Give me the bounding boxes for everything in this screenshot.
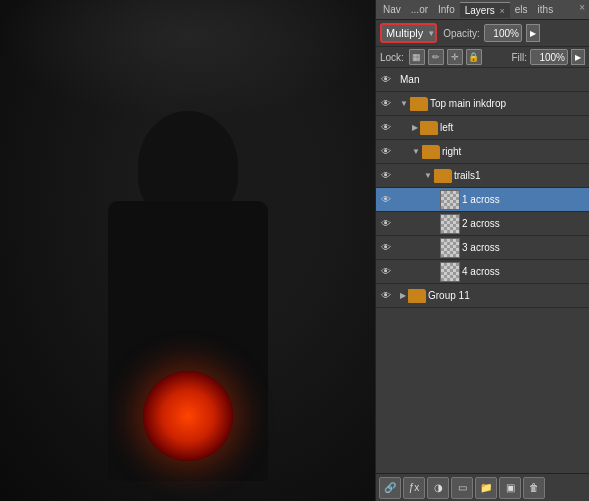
fx-button[interactable]: ƒx — [403, 477, 425, 499]
figure-body — [108, 201, 268, 481]
layer-row[interactable]: 👁 ▼ trails1 — [376, 164, 589, 188]
fill-label: Fill: — [511, 52, 527, 63]
opacity-label: Opacity: — [443, 28, 480, 39]
adjustment-icon: ◑ — [434, 482, 443, 493]
layers-list[interactable]: 👁 Man 👁 ▼ Top main inkdrop 👁 ▶ left — [376, 68, 589, 473]
layer-name: 4 across — [462, 266, 587, 277]
link-button[interactable]: 🔗 — [379, 477, 401, 499]
adjustment-button[interactable]: ◑ — [427, 477, 449, 499]
layer-thumbnail — [440, 190, 460, 210]
lock-label: Lock: — [380, 52, 404, 63]
tab-close-icon[interactable]: × — [500, 6, 505, 16]
delete-icon: 🗑 — [529, 482, 539, 493]
tab-or[interactable]: ...or — [406, 2, 433, 17]
tab-iths[interactable]: iths — [533, 2, 559, 17]
fill-input[interactable] — [530, 49, 568, 65]
figure-fire — [143, 371, 233, 461]
layer-new-button[interactable]: ▣ — [499, 477, 521, 499]
tab-layers[interactable]: Layers × — [460, 2, 510, 18]
layer-name: 3 across — [462, 242, 587, 253]
eye-icon[interactable]: 👁 — [376, 140, 396, 164]
expand-arrow-icon[interactable]: ▶ — [400, 291, 406, 300]
eye-icon[interactable]: 👁 — [376, 164, 396, 188]
eye-icon[interactable]: 👁 — [376, 92, 396, 116]
layer-thumbnail — [440, 214, 460, 234]
layer-thumbnail — [440, 238, 460, 258]
fill-arrow-button[interactable]: ▶ — [571, 49, 585, 65]
canvas-area — [0, 0, 375, 501]
layer-row[interactable]: 👁 ▶ left — [376, 116, 589, 140]
tab-info[interactable]: Infо — [433, 2, 460, 17]
lock-move-button[interactable]: ✛ — [447, 49, 463, 65]
tab-nav[interactable]: Nav — [378, 2, 406, 17]
folder-icon — [422, 145, 440, 159]
tab-els[interactable]: els — [510, 2, 533, 17]
folder-icon — [434, 169, 452, 183]
layer-name: Top main inkdrop — [430, 98, 587, 109]
layer-thumbnail — [440, 262, 460, 282]
mask-button[interactable]: ▭ — [451, 477, 473, 499]
figure — [58, 101, 318, 501]
eye-icon[interactable]: 👁 — [376, 212, 396, 236]
layer-name: 1 across — [462, 194, 587, 205]
folder-icon — [420, 121, 438, 135]
layers-bottom-toolbar: 🔗 ƒx ◑ ▭ 📁 ▣ 🗑 — [376, 473, 589, 501]
lock-checkerboard-button[interactable]: ▦ — [409, 49, 425, 65]
expand-arrow-icon[interactable]: ▼ — [400, 99, 408, 108]
folder-icon — [410, 97, 428, 111]
blend-mode-select[interactable]: Multiply ▼ — [380, 23, 437, 43]
lock-all-button[interactable]: 🔒 — [466, 49, 482, 65]
folder-icon — [408, 289, 426, 303]
tabs-row: Nav ...or Infо Layers × els iths × — [376, 0, 589, 20]
layers-panel: Nav ...or Infо Layers × els iths × Multi… — [375, 0, 589, 501]
blend-mode-row: Multiply ▼ Opacity: ▶ — [376, 20, 589, 47]
mask-icon: ▭ — [458, 482, 467, 493]
layer-row[interactable]: 👁 ▼ right — [376, 140, 589, 164]
lock-row: Lock: ▦ ✏ ✛ 🔒 Fill: ▶ — [376, 47, 589, 68]
layer-new-icon: ▣ — [506, 482, 515, 493]
eye-icon[interactable]: 👁 — [376, 284, 396, 308]
layer-name: trails1 — [454, 170, 587, 181]
lock-pen-button[interactable]: ✏ — [428, 49, 444, 65]
panel-close-button[interactable]: × — [579, 2, 585, 13]
opacity-input[interactable] — [484, 24, 522, 42]
layer-name: Group 11 — [428, 290, 587, 301]
layer-row[interactable]: 👁 4 across — [376, 260, 589, 284]
eye-icon[interactable]: 👁 — [376, 260, 396, 284]
expand-arrow-icon[interactable]: ▼ — [424, 171, 432, 180]
delete-button[interactable]: 🗑 — [523, 477, 545, 499]
link-icon: 🔗 — [384, 482, 396, 493]
layer-name: 2 across — [462, 218, 587, 229]
expand-arrow-icon[interactable]: ▶ — [412, 123, 418, 132]
eye-icon[interactable]: 👁 — [376, 236, 396, 260]
layer-row[interactable]: 👁 Man — [376, 68, 589, 92]
layer-name: Man — [400, 74, 587, 85]
eye-icon[interactable]: 👁 — [376, 188, 396, 212]
layer-name: left — [440, 122, 587, 133]
eye-icon[interactable]: 👁 — [376, 68, 396, 92]
layer-row[interactable]: 👁 ▶ Group 11 — [376, 284, 589, 308]
fx-icon: ƒx — [409, 482, 420, 493]
layer-name: right — [442, 146, 587, 157]
layer-row[interactable]: 👁 2 across — [376, 212, 589, 236]
folder-new-icon: 📁 — [480, 482, 492, 493]
blend-mode-arrow-icon: ▼ — [427, 29, 435, 38]
layer-row[interactable]: 👁 ▼ Top main inkdrop — [376, 92, 589, 116]
expand-arrow-icon[interactable]: ▼ — [412, 147, 420, 156]
folder-new-button[interactable]: 📁 — [475, 477, 497, 499]
eye-icon[interactable]: 👁 — [376, 116, 396, 140]
layer-row[interactable]: 👁 3 across — [376, 236, 589, 260]
opacity-arrow-button[interactable]: ▶ — [526, 24, 540, 42]
blend-mode-value: Multiply — [382, 27, 427, 39]
layer-row[interactable]: 👁 1 across — [376, 188, 589, 212]
